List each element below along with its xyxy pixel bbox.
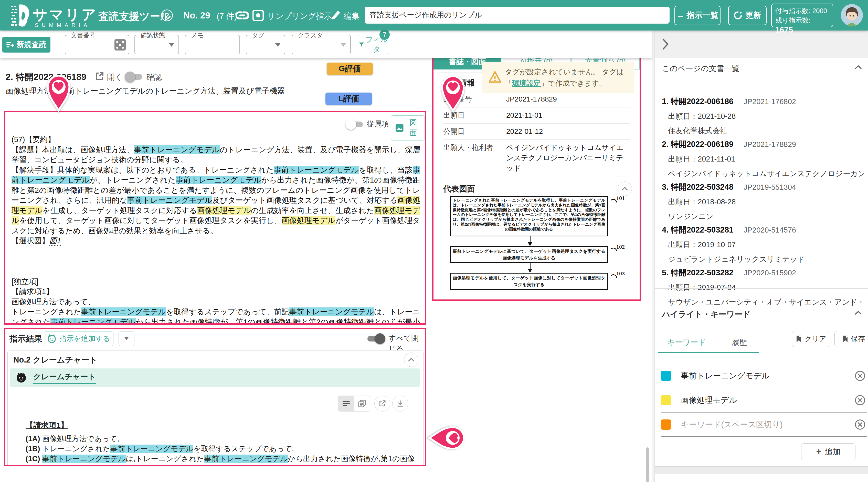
list-view-button[interactable] — [338, 396, 354, 411]
claim-chart-card: No.2 クレームチャート クレームチャート — [7, 350, 424, 466]
doc-publication-number: 4. 特開2022-503281 — [662, 225, 733, 234]
link-icon[interactable] — [236, 10, 249, 21]
doc-number-field[interactable]: 文書番号 — [65, 35, 129, 54]
save-keywords-button[interactable]: 保存 — [834, 331, 868, 347]
page-title-input[interactable] — [365, 7, 670, 24]
remove-keyword-icon[interactable] — [855, 419, 866, 430]
document-list-item[interactable]: 3. 特開2022-503248JP2019-551304出願日：2018-08… — [662, 182, 864, 222]
document-list-item[interactable]: 5. 特開2022-503282JP2020-515902出願日：2019-07… — [662, 267, 864, 307]
doc-filing-date: 出願日：2019-07-04 — [662, 283, 864, 293]
doc-filing-date: 出願日：2021-10-28 — [662, 111, 864, 121]
dependent-claims-toggle[interactable] — [345, 120, 364, 128]
claim-chart-item: (1C) 事前トレーニングモデルは,トレーニングされた事前トレーニングモデルから… — [26, 454, 415, 466]
keyword-row: 画像処理モデル — [661, 388, 867, 413]
collapse-sidebar-icon[interactable] — [662, 38, 669, 50]
random-dice-icon[interactable] — [115, 39, 126, 51]
open-in-new-button[interactable] — [374, 396, 390, 412]
tab-history[interactable]: 履歴 — [732, 337, 747, 348]
cluster-select[interactable]: クラスタ — [292, 35, 351, 54]
edit-pencil-icon[interactable] — [330, 10, 341, 21]
flow-box-101: トレーニングされた事前トレーニングモデルを取得し、事前トレーニングモデルは、トレ… — [450, 196, 608, 236]
flow-label-103: 103 — [616, 270, 625, 277]
tab-keyword[interactable]: キーワード — [667, 337, 706, 348]
clear-keywords-button[interactable]: クリア — [792, 331, 830, 347]
active-tab-indicator — [658, 352, 759, 353]
abstract-paragraph — [11, 246, 420, 276]
table-view-button[interactable] — [354, 396, 370, 411]
edit-label[interactable]: 編集 — [344, 11, 360, 22]
flow-label-101: 101 — [616, 195, 625, 201]
keyword-input[interactable] — [681, 420, 855, 429]
view-mode-group — [338, 396, 370, 412]
tag-select[interactable]: タグ — [246, 35, 285, 54]
filter-bar: 新規査読 文書番号 確認状態 メモ タグ クラスタ フィルタ 7 — [0, 30, 652, 58]
keyword-color-swatch[interactable] — [661, 371, 671, 381]
flow-arrow — [530, 236, 530, 243]
instruction-dropdown-button[interactable] — [119, 331, 134, 346]
doc-applicant: ベイジンバイドゥネットコムサイエンステクノロジーカンパニーリミ... — [662, 169, 864, 179]
close-all-toggle[interactable] — [366, 335, 385, 343]
sampling-label[interactable]: サンプリング指示 — [267, 11, 332, 22]
l-eval-button[interactable]: L評価 — [326, 92, 372, 105]
abstract-paragraph: (57)【要約】 — [11, 134, 420, 145]
document-list-item[interactable]: 1. 特開2022-006186JP2021-176802出願日：2021-10… — [662, 96, 864, 136]
user-avatar[interactable] — [841, 4, 863, 26]
doc-applicant: 住友化学株式会社 — [662, 126, 864, 136]
help-icon[interactable]: ? — [161, 9, 173, 21]
keyword-text[interactable]: 事前トレーニングモデル — [681, 370, 855, 381]
assistant-face-icon — [47, 334, 56, 343]
keyword-color-swatch[interactable] — [661, 395, 671, 405]
vertical-scrollbar[interactable] — [646, 447, 649, 482]
results-label: 指示結果 — [9, 333, 42, 345]
instruction-list-button[interactable]: ← 指示一覧 — [675, 6, 720, 25]
document-list-item[interactable]: 4. 特開2022-503281JP2020-514576出願日：2019-10… — [662, 225, 864, 264]
add-keyword-button[interactable]: + 追加 — [801, 443, 856, 460]
biblio-label: 公開日 — [443, 126, 506, 137]
flow-arrow — [530, 263, 530, 269]
biblio-row: 出願番号JP2021-178829 — [443, 91, 630, 107]
keyword-text[interactable]: 画像処理モデル — [681, 395, 855, 405]
chevron-down-icon — [169, 43, 174, 47]
env-settings-link[interactable]: 環境設定 — [512, 79, 541, 87]
summaria-logo-icon — [11, 4, 32, 27]
chevron-up-icon[interactable] — [855, 310, 862, 315]
biblio-value: JP2021-178829 — [506, 94, 630, 104]
heart-pin-annotation — [45, 74, 72, 112]
add-instruction-button[interactable]: 指示を追加する — [44, 331, 114, 346]
confirm-toggle[interactable] — [125, 73, 144, 81]
open-label[interactable]: 開く — [107, 72, 123, 83]
document-list-item[interactable]: 2. 特開2022-006189JP2021-178829出願日：2021-11… — [662, 139, 864, 179]
keyword-color-swatch[interactable] — [661, 420, 671, 430]
figure-link[interactable]: 図1 — [50, 236, 61, 246]
drawing-title: 代表図面 — [443, 183, 475, 194]
collapse-button[interactable] — [404, 352, 418, 367]
status-select[interactable]: 確認状態 — [134, 35, 179, 54]
assistant-face-icon — [16, 372, 27, 384]
doc-filing-date: 出願日：2019-10-07 — [662, 240, 864, 250]
doc-applicant: サウザン・ユニバーシティ・オブ・サイエンス・アンド・テクノロジ — [662, 297, 864, 307]
doc-applicant: ジュビラントジェネリックスリミテッド — [662, 254, 864, 264]
divider — [655, 288, 868, 289]
highlight-keywords-title: ハイライト・キーワード — [662, 309, 751, 320]
refresh-button[interactable]: 更新 — [728, 6, 767, 25]
remove-keyword-icon[interactable] — [855, 370, 866, 381]
chevron-up-icon[interactable] — [855, 65, 862, 69]
new-review-button[interactable]: 新規査読 — [2, 37, 51, 53]
sampling-icon[interactable] — [252, 10, 264, 21]
collapse-button[interactable] — [618, 181, 632, 196]
logo-text-jp: サマリア — [33, 5, 98, 25]
g-eval-button[interactable]: G評価 — [327, 62, 373, 75]
open-in-new-icon[interactable] — [95, 72, 104, 81]
memo-field[interactable]: メモ — [185, 35, 240, 54]
remove-keyword-icon[interactable] — [855, 395, 866, 406]
abstract-paragraph: 画像処理方法であって、 — [11, 296, 420, 307]
flow-label-102: 102 — [616, 244, 625, 250]
claim-chart-banner[interactable]: クレームチャート — [10, 368, 420, 387]
biblio-value: 2022-01-12 — [506, 126, 630, 137]
refresh-icon — [734, 11, 742, 20]
download-button[interactable] — [392, 396, 408, 412]
tag-warning: タグが設定されていません。 タグは「環境設定」で作成できます。 — [482, 62, 634, 93]
doc-publication-number: 5. 特開2022-503282 — [662, 268, 733, 277]
abstract-panel: 従属項 図面 (57)【要約】【課題】本出願は、画像処理方法、事前トレーニングモ… — [4, 111, 426, 325]
biblio-label: 出願人・権利者 — [443, 143, 506, 173]
